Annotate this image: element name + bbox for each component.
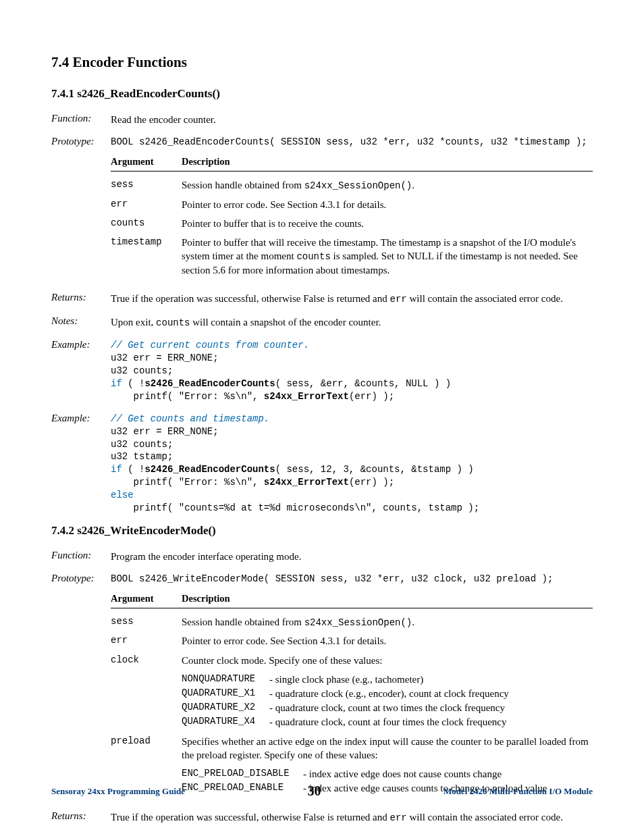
label-returns-1: Returns: [51, 292, 111, 303]
body-prototype-2: BOOL s2426_WriteEncoderMode( SESSION ses… [111, 573, 593, 798]
arg-name-counts-1: counts [111, 217, 182, 230]
arg-header-2: Argument Description [111, 592, 593, 608]
page-number: 30 [308, 783, 321, 799]
preload-opt-1: ENC_PRELOAD_DISABLE- index active edge d… [182, 767, 593, 781]
label-function-2: Function: [51, 550, 111, 561]
arg-row-err-1: err Pointer to error code. See Section 4… [111, 195, 593, 214]
clock-opt-4: QUADRATURE_X4- quadrature clock, count a… [182, 715, 593, 729]
arg-header-arg-2: Argument [111, 592, 182, 606]
arg-desc-err-1: Pointer to error code. See Section 4.3.1… [182, 198, 593, 211]
arg-name-err-2: err [111, 634, 182, 648]
label-returns-2: Returns: [51, 810, 111, 822]
arg-header-desc-2: Description [182, 592, 593, 606]
row-prototype-1: Prototype: BOOL s2426_ReadEncoderCounts(… [51, 136, 593, 280]
row-example-1: Example: // Get current counts from coun… [51, 339, 593, 402]
arg-table-1: Argument Description sess Session handle… [111, 155, 593, 280]
arg-row-sess-2: sess Session handle obtained from s24xx_… [111, 613, 593, 632]
arg-desc-ts-1: Pointer to buffer that will receive the … [182, 236, 593, 277]
clock-options: NONQUADRATURE- single clock phase (e.g.,… [182, 673, 593, 729]
text-notes-1: Upon exit, counts will contain a snapsho… [111, 315, 593, 330]
arg-name-sess-2: sess [111, 615, 182, 629]
row-function-2: Function: Program the encoder interface … [51, 550, 593, 563]
row-prototype-2: Prototype: BOOL s2426_WriteEncoderMode( … [51, 573, 593, 798]
body-prototype-1: BOOL s2426_ReadEncoderCounts( SESSION se… [111, 136, 593, 280]
label-prototype-2: Prototype: [51, 573, 111, 584]
label-notes-1: Notes: [51, 315, 111, 327]
clock-opt-2: QUADRATURE_X1- quadrature clock (e.g., e… [182, 687, 593, 701]
arg-header-1: Argument Description [111, 155, 593, 172]
arg-desc-sess-2: Session handle obtained from s24xx_Sessi… [182, 615, 593, 629]
row-notes-1: Notes: Upon exit, counts will contain a … [51, 315, 593, 330]
text-function-2: Program the encoder interface operating … [111, 550, 593, 563]
page-body: 7.4 Encoder Functions 7.4.1 s2426_ReadEn… [0, 0, 644, 825]
arg-row-err-2: err Pointer to error code. See Section 4… [111, 631, 593, 650]
code-example-1a: // Get current counts from counter. u32 … [111, 339, 593, 402]
arg-row-ts-1: timestamp Pointer to buffer that will re… [111, 233, 593, 280]
heading-7-4-1: 7.4.1 s2426_ReadEncoderCounts() [51, 87, 593, 101]
code-example-1b: // Get counts and timestamp. u32 err = E… [111, 413, 593, 515]
code-prototype-2: BOOL s2426_WriteEncoderMode( SESSION ses… [111, 573, 593, 585]
arg-row-counts-1: counts Pointer to buffer that is to rece… [111, 214, 593, 233]
clock-opt-1: NONQUADRATURE- single clock phase (e.g.,… [182, 673, 593, 687]
heading-7-4-2: 7.4.2 s2426_WriteEncoderMode() [51, 524, 593, 538]
arg-header-desc: Description [182, 155, 593, 169]
code-prototype-1: BOOL s2426_ReadEncoderCounts( SESSION se… [111, 136, 593, 149]
row-returns-2: Returns: True if the operation was succe… [51, 810, 593, 825]
label-example-1a: Example: [51, 339, 111, 350]
text-returns-1: True if the operation was successful, ot… [111, 292, 593, 306]
row-example-2: Example: // Get counts and timestamp. u3… [51, 413, 593, 515]
arg-row-clock-2: clock Counter clock mode. Specify one of… [111, 651, 593, 732]
label-prototype-1: Prototype: [51, 136, 111, 147]
label-function-1: Function: [51, 113, 111, 124]
text-function-1: Read the encoder counter. [111, 113, 593, 126]
row-returns-1: Returns: True if the operation was succe… [51, 292, 593, 306]
arg-header-arg: Argument [111, 155, 182, 169]
text-returns-2: True if the operation was successful, ot… [111, 810, 593, 825]
page-footer: Sensoray 24xx Programming Guide 30 Model… [51, 783, 593, 799]
arg-desc-sess-1: Session handle obtained from s24xx_Sessi… [182, 178, 593, 192]
clock-opt-3: QUADRATURE_X2- quadrature clock, count a… [182, 701, 593, 715]
heading-7-4: 7.4 Encoder Functions [51, 54, 593, 71]
arg-name-clock-2: clock [111, 654, 182, 729]
footer-left: Sensoray 24xx Programming Guide [51, 786, 185, 797]
footer-right: Model 2426 Multi-Function I/O Module [444, 786, 593, 797]
arg-row-sess-1: sess Session handle obtained from s24xx_… [111, 176, 593, 195]
arg-table-2: Argument Description sess Session handle… [111, 592, 593, 798]
arg-desc-clock-2: Counter clock mode. Specify one of these… [182, 654, 593, 729]
row-function-1: Function: Read the encoder counter. [51, 113, 593, 126]
label-example-1b: Example: [51, 413, 111, 424]
arg-desc-err-2: Pointer to error code. See Section 4.3.1… [182, 634, 593, 648]
arg-name-err-1: err [111, 198, 182, 211]
arg-desc-counts-1: Pointer to buffer that is to receive the… [182, 217, 593, 230]
arg-name-ts-1: timestamp [111, 236, 182, 277]
arg-name-sess-1: sess [111, 178, 182, 192]
